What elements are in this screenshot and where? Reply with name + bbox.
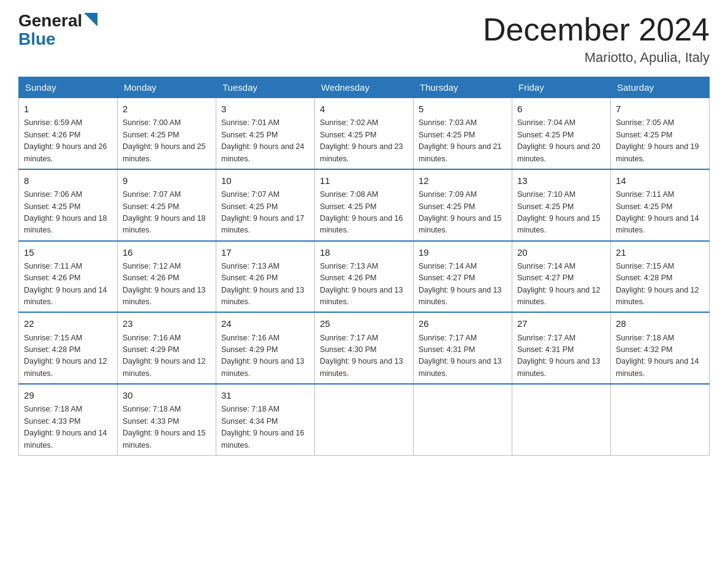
calendar-week-row: 29Sunrise: 7:18 AMSunset: 4:33 PMDayligh… — [19, 384, 710, 455]
calendar-cell: 10Sunrise: 7:07 AMSunset: 4:25 PMDayligh… — [216, 169, 315, 241]
day-info: Sunrise: 7:04 AMSunset: 4:25 PMDaylight:… — [517, 117, 605, 165]
logo-text-general: General — [18, 12, 82, 29]
day-number: 16 — [123, 245, 211, 259]
day-info: Sunrise: 7:12 AMSunset: 4:26 PMDaylight:… — [123, 261, 211, 308]
calendar-cell: 4Sunrise: 7:02 AMSunset: 4:25 PMDaylight… — [315, 98, 414, 169]
day-info: Sunrise: 7:02 AMSunset: 4:25 PMDaylight:… — [320, 117, 408, 165]
location-title: Mariotto, Apulia, Italy — [483, 50, 710, 66]
day-info: Sunrise: 7:15 AMSunset: 4:28 PMDaylight:… — [24, 332, 112, 380]
day-info: Sunrise: 7:17 AMSunset: 4:31 PMDaylight:… — [419, 332, 507, 380]
weekday-header-wednesday: Wednesday — [315, 77, 414, 98]
day-number: 17 — [221, 245, 309, 259]
day-number: 28 — [616, 316, 704, 331]
calendar-cell: 22Sunrise: 7:15 AMSunset: 4:28 PMDayligh… — [19, 312, 118, 384]
calendar-week-row: 22Sunrise: 7:15 AMSunset: 4:28 PMDayligh… — [19, 312, 710, 384]
calendar-week-row: 15Sunrise: 7:11 AMSunset: 4:26 PMDayligh… — [19, 241, 710, 313]
title-area: December 2024 Mariotto, Apulia, Italy — [483, 12, 710, 66]
day-number: 18 — [320, 245, 408, 259]
calendar-week-row: 8Sunrise: 7:06 AMSunset: 4:25 PMDaylight… — [19, 169, 710, 241]
day-number: 23 — [123, 316, 211, 331]
day-info: Sunrise: 7:17 AMSunset: 4:30 PMDaylight:… — [320, 332, 408, 380]
calendar-cell: 14Sunrise: 7:11 AMSunset: 4:25 PMDayligh… — [611, 169, 710, 241]
calendar-cell: 26Sunrise: 7:17 AMSunset: 4:31 PMDayligh… — [414, 312, 512, 384]
calendar-week-row: 1Sunrise: 6:59 AMSunset: 4:26 PMDaylight… — [19, 98, 710, 169]
day-number: 22 — [24, 316, 112, 331]
calendar-cell: 11Sunrise: 7:08 AMSunset: 4:25 PMDayligh… — [315, 169, 414, 241]
day-number: 27 — [517, 316, 605, 331]
calendar-cell: 20Sunrise: 7:14 AMSunset: 4:27 PMDayligh… — [512, 241, 611, 313]
calendar-cell: 9Sunrise: 7:07 AMSunset: 4:25 PMDaylight… — [118, 169, 216, 241]
day-number: 21 — [616, 245, 704, 259]
calendar-cell: 13Sunrise: 7:10 AMSunset: 4:25 PMDayligh… — [512, 169, 611, 241]
day-number: 6 — [517, 102, 605, 116]
day-info: Sunrise: 7:07 AMSunset: 4:25 PMDaylight:… — [221, 189, 309, 237]
day-number: 10 — [221, 174, 309, 188]
calendar-cell: 25Sunrise: 7:17 AMSunset: 4:30 PMDayligh… — [315, 312, 414, 384]
day-info: Sunrise: 7:16 AMSunset: 4:29 PMDaylight:… — [221, 332, 309, 380]
weekday-header-tuesday: Tuesday — [216, 77, 315, 98]
day-info: Sunrise: 7:16 AMSunset: 4:29 PMDaylight:… — [123, 332, 211, 380]
calendar-cell — [611, 384, 710, 455]
calendar-cell: 28Sunrise: 7:18 AMSunset: 4:32 PMDayligh… — [611, 312, 710, 384]
day-info: Sunrise: 7:06 AMSunset: 4:25 PMDaylight:… — [24, 189, 112, 237]
day-info: Sunrise: 7:15 AMSunset: 4:28 PMDaylight:… — [616, 261, 704, 308]
day-info: Sunrise: 7:18 AMSunset: 4:33 PMDaylight:… — [24, 404, 112, 451]
day-info: Sunrise: 7:14 AMSunset: 4:27 PMDaylight:… — [517, 261, 605, 308]
page-header: General Blue December 2024 Mariotto, Apu… — [18, 12, 710, 66]
day-number: 14 — [616, 174, 704, 188]
calendar-cell: 19Sunrise: 7:14 AMSunset: 4:27 PMDayligh… — [414, 241, 512, 313]
day-number: 13 — [517, 174, 605, 188]
day-info: Sunrise: 6:59 AMSunset: 4:26 PMDaylight:… — [24, 117, 112, 165]
day-number: 5 — [419, 102, 507, 116]
day-number: 11 — [320, 174, 408, 188]
logo: General Blue — [18, 12, 97, 48]
svg-marker-0 — [84, 13, 97, 26]
calendar-cell — [414, 384, 512, 455]
calendar-cell: 31Sunrise: 7:18 AMSunset: 4:34 PMDayligh… — [216, 384, 315, 455]
day-info: Sunrise: 7:14 AMSunset: 4:27 PMDaylight:… — [419, 261, 507, 308]
logo-text-blue: Blue — [18, 31, 56, 48]
calendar-cell: 24Sunrise: 7:16 AMSunset: 4:29 PMDayligh… — [216, 312, 315, 384]
day-info: Sunrise: 7:10 AMSunset: 4:25 PMDaylight:… — [517, 189, 605, 237]
day-info: Sunrise: 7:09 AMSunset: 4:25 PMDaylight:… — [419, 189, 507, 237]
weekday-header-sunday: Sunday — [19, 77, 118, 98]
weekday-header-thursday: Thursday — [414, 77, 512, 98]
calendar-cell: 7Sunrise: 7:05 AMSunset: 4:25 PMDaylight… — [611, 98, 710, 169]
calendar-cell: 2Sunrise: 7:00 AMSunset: 4:25 PMDaylight… — [118, 98, 216, 169]
day-number: 31 — [221, 388, 309, 402]
day-info: Sunrise: 7:07 AMSunset: 4:25 PMDaylight:… — [123, 189, 211, 237]
day-info: Sunrise: 7:18 AMSunset: 4:33 PMDaylight:… — [123, 404, 211, 451]
day-info: Sunrise: 7:13 AMSunset: 4:26 PMDaylight:… — [320, 261, 408, 308]
day-number: 9 — [123, 174, 211, 188]
weekday-header-friday: Friday — [512, 77, 611, 98]
calendar-cell: 29Sunrise: 7:18 AMSunset: 4:33 PMDayligh… — [19, 384, 118, 455]
day-number: 26 — [419, 316, 507, 331]
calendar-cell: 5Sunrise: 7:03 AMSunset: 4:25 PMDaylight… — [414, 98, 512, 169]
month-title: December 2024 — [483, 12, 710, 47]
calendar-cell: 3Sunrise: 7:01 AMSunset: 4:25 PMDaylight… — [216, 98, 315, 169]
day-number: 12 — [419, 174, 507, 188]
day-number: 1 — [24, 102, 112, 116]
weekday-header-saturday: Saturday — [611, 77, 710, 98]
calendar-cell — [512, 384, 611, 455]
calendar-cell: 6Sunrise: 7:04 AMSunset: 4:25 PMDaylight… — [512, 98, 611, 169]
day-info: Sunrise: 7:03 AMSunset: 4:25 PMDaylight:… — [419, 117, 507, 165]
day-number: 7 — [616, 102, 704, 116]
calendar-cell: 15Sunrise: 7:11 AMSunset: 4:26 PMDayligh… — [19, 241, 118, 313]
day-info: Sunrise: 7:11 AMSunset: 4:25 PMDaylight:… — [616, 189, 704, 237]
day-number: 4 — [320, 102, 408, 116]
calendar-cell: 27Sunrise: 7:17 AMSunset: 4:31 PMDayligh… — [512, 312, 611, 384]
calendar-cell: 23Sunrise: 7:16 AMSunset: 4:29 PMDayligh… — [118, 312, 216, 384]
calendar-cell: 18Sunrise: 7:13 AMSunset: 4:26 PMDayligh… — [315, 241, 414, 313]
day-info: Sunrise: 7:05 AMSunset: 4:25 PMDaylight:… — [616, 117, 704, 165]
calendar-cell: 1Sunrise: 6:59 AMSunset: 4:26 PMDaylight… — [19, 98, 118, 169]
day-number: 15 — [24, 245, 112, 259]
calendar-cell: 12Sunrise: 7:09 AMSunset: 4:25 PMDayligh… — [414, 169, 512, 241]
day-info: Sunrise: 7:18 AMSunset: 4:34 PMDaylight:… — [221, 404, 309, 451]
day-info: Sunrise: 7:13 AMSunset: 4:26 PMDaylight:… — [221, 261, 309, 308]
weekday-header-row: SundayMondayTuesdayWednesdayThursdayFrid… — [19, 77, 710, 98]
weekday-header-monday: Monday — [118, 77, 216, 98]
day-number: 8 — [24, 174, 112, 188]
day-info: Sunrise: 7:00 AMSunset: 4:25 PMDaylight:… — [123, 117, 211, 165]
calendar-cell: 16Sunrise: 7:12 AMSunset: 4:26 PMDayligh… — [118, 241, 216, 313]
